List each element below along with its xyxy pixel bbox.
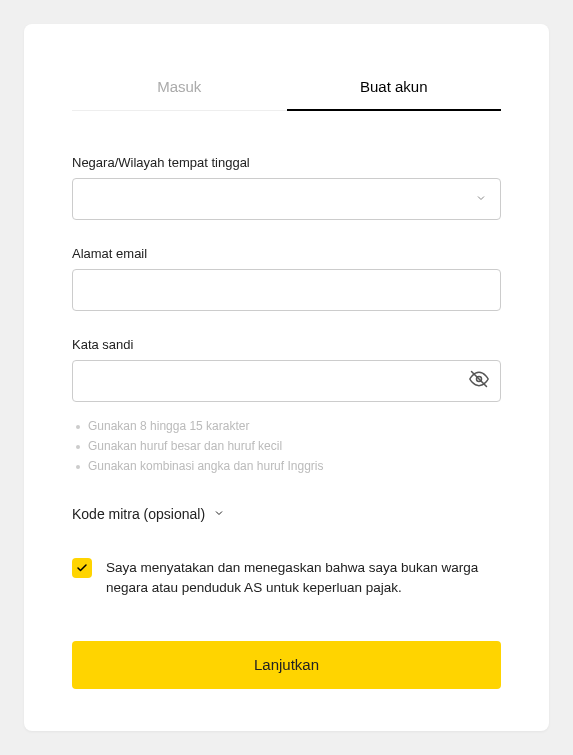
password-hint: Gunakan huruf besar dan huruf kecil [72, 436, 501, 456]
email-label: Alamat email [72, 246, 501, 261]
field-email: Alamat email [72, 246, 501, 311]
country-label: Negara/Wilayah tempat tinggal [72, 155, 501, 170]
declaration-row: Saya menyatakan dan menegaskan bahwa say… [72, 558, 501, 599]
password-input[interactable] [72, 360, 501, 402]
password-hint: Gunakan kombinasi angka dan huruf Inggri… [72, 456, 501, 476]
field-country: Negara/Wilayah tempat tinggal [72, 155, 501, 220]
declaration-text: Saya menyatakan dan menegaskan bahwa say… [106, 558, 501, 599]
email-input[interactable] [72, 269, 501, 311]
declaration-checkbox[interactable] [72, 558, 92, 578]
password-hint: Gunakan 8 hingga 15 karakter [72, 416, 501, 436]
partner-code-label: Kode mitra (opsional) [72, 506, 205, 522]
continue-button[interactable]: Lanjutkan [72, 641, 501, 689]
eye-off-icon[interactable] [469, 369, 489, 393]
signup-card: Masuk Buat akun Negara/Wilayah tempat ti… [24, 24, 549, 731]
partner-code-toggle[interactable]: Kode mitra (opsional) [72, 506, 501, 522]
field-password: Kata sandi Gunakan 8 hingga 15 karakter … [72, 337, 501, 476]
password-hints: Gunakan 8 hingga 15 karakter Gunakan hur… [72, 416, 501, 476]
country-input-wrap [72, 178, 501, 220]
country-select[interactable] [72, 178, 501, 220]
tab-login[interactable]: Masuk [72, 64, 287, 111]
password-label: Kata sandi [72, 337, 501, 352]
chevron-down-icon [213, 506, 225, 522]
auth-tabs: Masuk Buat akun [72, 64, 501, 111]
tab-signup[interactable]: Buat akun [287, 64, 502, 111]
